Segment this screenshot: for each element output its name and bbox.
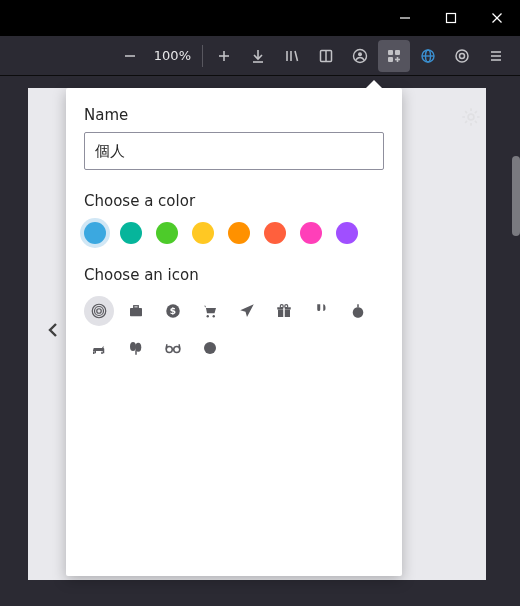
svg-point-51 [174, 347, 180, 353]
svg-point-37 [207, 315, 209, 317]
svg-point-38 [213, 315, 215, 317]
zoom-out-button[interactable] [114, 40, 146, 72]
scrollbar-thumb[interactable] [512, 156, 520, 236]
icon-label: Choose an icon [84, 266, 384, 284]
color-swatch-pink[interactable] [300, 222, 322, 244]
content-area: Name Choose a color Choose an icon $ [0, 76, 520, 606]
name-input[interactable] [84, 132, 384, 170]
svg-rect-41 [283, 307, 285, 317]
icon-grid: $ [84, 296, 384, 363]
color-row [84, 222, 384, 244]
reader-icon [318, 48, 334, 64]
library-button[interactable] [276, 40, 308, 72]
icon-option-fingerprint[interactable] [84, 296, 114, 326]
cart-icon [201, 302, 219, 320]
minus-icon [122, 48, 138, 64]
svg-rect-46 [101, 352, 103, 354]
account-icon [352, 48, 368, 64]
gear-icon [460, 106, 482, 128]
pet-icon [90, 339, 108, 357]
settings-button[interactable] [460, 106, 482, 132]
fruit-icon [349, 302, 367, 320]
svg-point-43 [285, 305, 288, 308]
svg-rect-49 [135, 350, 137, 355]
window-close-button[interactable] [474, 0, 520, 36]
color-swatch-green[interactable] [156, 222, 178, 244]
chevron-left-icon [44, 320, 64, 340]
glasses-icon [164, 339, 182, 357]
container-edit-panel: Name Choose a color Choose an icon $ [66, 88, 402, 576]
hamburger-icon [488, 48, 504, 64]
download-icon [250, 48, 266, 64]
icon-option-gift[interactable] [269, 296, 299, 326]
window-titlebar [0, 0, 520, 36]
downloads-button[interactable] [242, 40, 274, 72]
library-icon [284, 48, 300, 64]
plane-icon [238, 302, 256, 320]
icon-option-dollar[interactable]: $ [158, 296, 188, 326]
icon-option-tree[interactable] [121, 333, 151, 363]
svg-point-25 [460, 53, 465, 58]
minimize-icon [399, 12, 411, 24]
svg-point-52 [204, 342, 216, 354]
icon-option-briefcase[interactable] [121, 296, 151, 326]
window-minimize-button[interactable] [382, 0, 428, 36]
icon-option-glasses[interactable] [158, 333, 188, 363]
close-icon [491, 12, 503, 24]
svg-rect-44 [357, 304, 359, 307]
plus-icon [216, 48, 232, 64]
svg-point-15 [358, 52, 362, 56]
color-swatch-blue[interactable] [84, 222, 106, 244]
fingerprint-icon [90, 302, 108, 320]
containers-icon [386, 48, 402, 64]
svg-point-31 [95, 307, 104, 316]
svg-rect-17 [395, 50, 400, 55]
name-label: Name [84, 106, 384, 124]
briefcase-icon [127, 302, 145, 320]
extension-button[interactable] [446, 40, 478, 72]
window-maximize-button[interactable] [428, 0, 474, 36]
svg-rect-45 [93, 352, 95, 354]
svg-point-47 [130, 342, 136, 351]
svg-rect-18 [388, 57, 393, 62]
gift-icon [275, 302, 293, 320]
svg-rect-34 [134, 306, 139, 308]
account-button[interactable] [344, 40, 376, 72]
color-label: Choose a color [84, 192, 384, 210]
svg-line-11 [295, 51, 298, 61]
icon-option-cart[interactable] [195, 296, 225, 326]
zoom-in-button[interactable] [208, 40, 240, 72]
tree-icon [127, 339, 145, 357]
color-swatch-orange[interactable] [228, 222, 250, 244]
reader-button[interactable] [310, 40, 342, 72]
web-button[interactable] [412, 40, 444, 72]
icon-option-pet[interactable] [84, 333, 114, 363]
svg-point-24 [456, 50, 468, 62]
containers-button[interactable] [378, 40, 410, 72]
svg-rect-1 [447, 14, 456, 23]
svg-point-32 [97, 309, 102, 314]
zoom-level-label[interactable]: 100% [148, 48, 197, 63]
svg-point-29 [468, 114, 474, 120]
app-menu-button[interactable] [480, 40, 512, 72]
maximize-icon [445, 12, 457, 24]
target-icon [454, 48, 470, 64]
svg-rect-16 [388, 50, 393, 55]
icon-option-food[interactable] [306, 296, 336, 326]
svg-point-50 [166, 347, 172, 353]
browser-toolbar: 100% [0, 36, 520, 76]
circle-icon [201, 339, 219, 357]
icon-option-fruit[interactable] [343, 296, 373, 326]
color-swatch-purple[interactable] [336, 222, 358, 244]
toolbar-divider [202, 45, 203, 67]
svg-rect-33 [130, 308, 142, 316]
color-swatch-yellow[interactable] [192, 222, 214, 244]
color-swatch-teal[interactable] [120, 222, 142, 244]
dollar-icon: $ [164, 302, 182, 320]
svg-point-42 [280, 305, 283, 308]
icon-option-circle[interactable] [195, 333, 225, 363]
color-swatch-red[interactable] [264, 222, 286, 244]
globe-icon [420, 48, 436, 64]
icon-option-plane[interactable] [232, 296, 262, 326]
svg-text:$: $ [170, 306, 176, 316]
